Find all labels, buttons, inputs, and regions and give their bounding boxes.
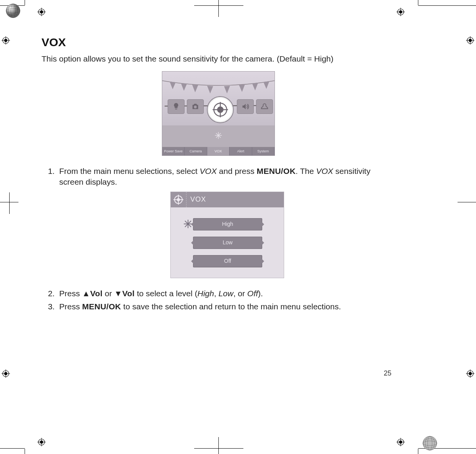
step-3: Press MENU/OK to save the selection and … [57, 301, 395, 312]
vox-header-target-icon [171, 192, 186, 207]
registration-mark-icon [466, 369, 474, 378]
menu-item-camera [187, 99, 204, 114]
figure-main-menu: Power Save Camera VOX Alert System [162, 71, 275, 156]
sparkle-icon [215, 131, 222, 142]
menu-item-vox-selected [207, 96, 234, 123]
vox-option-low: Low [193, 237, 262, 249]
registration-mark-icon [466, 36, 474, 45]
registration-mark-icon [37, 8, 46, 16]
registration-mark-icon [37, 438, 46, 446]
tab-system: System [252, 147, 275, 155]
registration-mark-icon [2, 369, 10, 378]
svg-point-32 [6, 4, 20, 18]
svg-marker-43 [181, 83, 187, 91]
registration-mark-icon [396, 8, 405, 16]
svg-marker-42 [170, 82, 176, 89]
main-menu-tabs: Power Save Camera VOX Alert System [162, 147, 275, 155]
menu-item-system [256, 99, 273, 114]
menu-item-power-save [168, 99, 185, 114]
registration-mark-icon [2, 36, 10, 45]
corner-sphere-icon [5, 3, 21, 18]
corner-sphere-icon [422, 436, 438, 451]
tab-power-save: Power Save [162, 147, 185, 155]
registration-mark-icon [396, 438, 405, 446]
svg-marker-44 [192, 85, 198, 92]
vox-header-title: VOX [190, 195, 206, 204]
svg-marker-45 [207, 86, 213, 93]
svg-marker-48 [252, 83, 258, 90]
svg-marker-49 [263, 81, 270, 89]
tab-camera: Camera [185, 147, 207, 155]
page-number: 25 [384, 369, 391, 378]
instruction-list: From the main menu selections, select VO… [42, 166, 395, 312]
vox-option-high: High [193, 218, 262, 230]
vox-option-off: Off [193, 255, 262, 267]
step-2: Press ▲Vol or ▼Vol to select a level (Hi… [57, 288, 395, 299]
intro-paragraph: This option allows you to set the sound … [42, 53, 395, 64]
figure-vox-options: VOX High Low Off [170, 192, 284, 278]
tab-vox: VOX [207, 147, 230, 155]
svg-marker-46 [224, 86, 230, 93]
svg-marker-47 [239, 84, 245, 92]
menu-item-alert [237, 99, 254, 114]
tab-alert: Alert [230, 147, 252, 155]
section-heading: VOX [42, 35, 395, 50]
step-1: From the main menu selections, select VO… [57, 166, 395, 278]
svg-point-37 [423, 436, 437, 450]
